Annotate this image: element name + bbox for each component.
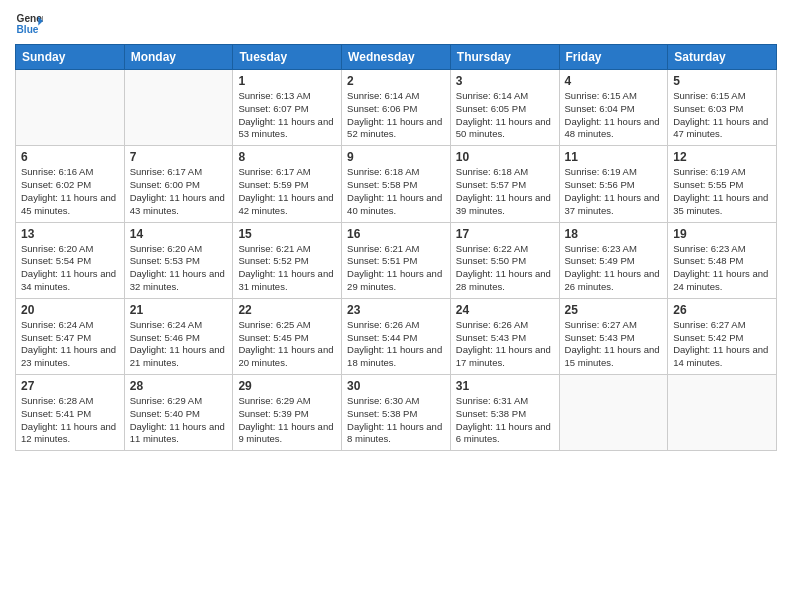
calendar-cell-2-2: 15Sunrise: 6:21 AM Sunset: 5:52 PM Dayli… bbox=[233, 222, 342, 298]
calendar-cell-2-6: 19Sunrise: 6:23 AM Sunset: 5:48 PM Dayli… bbox=[668, 222, 777, 298]
day-number: 30 bbox=[347, 379, 445, 393]
logo-icon: General Blue bbox=[15, 10, 43, 38]
calendar-cell-1-1: 7Sunrise: 6:17 AM Sunset: 6:00 PM Daylig… bbox=[124, 146, 233, 222]
weekday-header-row: SundayMondayTuesdayWednesdayThursdayFrid… bbox=[16, 45, 777, 70]
day-number: 10 bbox=[456, 150, 554, 164]
cell-info: Sunrise: 6:27 AM Sunset: 5:43 PM Dayligh… bbox=[565, 319, 663, 370]
cell-info: Sunrise: 6:26 AM Sunset: 5:44 PM Dayligh… bbox=[347, 319, 445, 370]
day-number: 29 bbox=[238, 379, 336, 393]
day-number: 21 bbox=[130, 303, 228, 317]
calendar-cell-3-3: 23Sunrise: 6:26 AM Sunset: 5:44 PM Dayli… bbox=[342, 298, 451, 374]
cell-info: Sunrise: 6:29 AM Sunset: 5:39 PM Dayligh… bbox=[238, 395, 336, 446]
calendar-cell-1-3: 9Sunrise: 6:18 AM Sunset: 5:58 PM Daylig… bbox=[342, 146, 451, 222]
day-number: 26 bbox=[673, 303, 771, 317]
day-number: 24 bbox=[456, 303, 554, 317]
day-number: 27 bbox=[21, 379, 119, 393]
calendar-cell-0-4: 3Sunrise: 6:14 AM Sunset: 6:05 PM Daylig… bbox=[450, 70, 559, 146]
cell-info: Sunrise: 6:24 AM Sunset: 5:47 PM Dayligh… bbox=[21, 319, 119, 370]
calendar-cell-4-6 bbox=[668, 375, 777, 451]
cell-info: Sunrise: 6:14 AM Sunset: 6:05 PM Dayligh… bbox=[456, 90, 554, 141]
calendar-cell-3-1: 21Sunrise: 6:24 AM Sunset: 5:46 PM Dayli… bbox=[124, 298, 233, 374]
cell-info: Sunrise: 6:16 AM Sunset: 6:02 PM Dayligh… bbox=[21, 166, 119, 217]
cell-info: Sunrise: 6:25 AM Sunset: 5:45 PM Dayligh… bbox=[238, 319, 336, 370]
calendar-cell-0-3: 2Sunrise: 6:14 AM Sunset: 6:06 PM Daylig… bbox=[342, 70, 451, 146]
cell-info: Sunrise: 6:27 AM Sunset: 5:42 PM Dayligh… bbox=[673, 319, 771, 370]
calendar-cell-3-5: 25Sunrise: 6:27 AM Sunset: 5:43 PM Dayli… bbox=[559, 298, 668, 374]
day-number: 4 bbox=[565, 74, 663, 88]
cell-info: Sunrise: 6:19 AM Sunset: 5:55 PM Dayligh… bbox=[673, 166, 771, 217]
cell-info: Sunrise: 6:18 AM Sunset: 5:58 PM Dayligh… bbox=[347, 166, 445, 217]
day-number: 8 bbox=[238, 150, 336, 164]
calendar-week-2: 13Sunrise: 6:20 AM Sunset: 5:54 PM Dayli… bbox=[16, 222, 777, 298]
weekday-monday: Monday bbox=[124, 45, 233, 70]
day-number: 19 bbox=[673, 227, 771, 241]
calendar-cell-3-6: 26Sunrise: 6:27 AM Sunset: 5:42 PM Dayli… bbox=[668, 298, 777, 374]
cell-info: Sunrise: 6:29 AM Sunset: 5:40 PM Dayligh… bbox=[130, 395, 228, 446]
calendar-cell-0-5: 4Sunrise: 6:15 AM Sunset: 6:04 PM Daylig… bbox=[559, 70, 668, 146]
calendar-cell-2-1: 14Sunrise: 6:20 AM Sunset: 5:53 PM Dayli… bbox=[124, 222, 233, 298]
day-number: 9 bbox=[347, 150, 445, 164]
calendar-cell-4-3: 30Sunrise: 6:30 AM Sunset: 5:38 PM Dayli… bbox=[342, 375, 451, 451]
calendar-cell-1-2: 8Sunrise: 6:17 AM Sunset: 5:59 PM Daylig… bbox=[233, 146, 342, 222]
calendar-cell-0-0 bbox=[16, 70, 125, 146]
calendar-week-4: 27Sunrise: 6:28 AM Sunset: 5:41 PM Dayli… bbox=[16, 375, 777, 451]
header: General Blue bbox=[15, 10, 777, 38]
cell-info: Sunrise: 6:15 AM Sunset: 6:03 PM Dayligh… bbox=[673, 90, 771, 141]
cell-info: Sunrise: 6:28 AM Sunset: 5:41 PM Dayligh… bbox=[21, 395, 119, 446]
calendar-cell-3-4: 24Sunrise: 6:26 AM Sunset: 5:43 PM Dayli… bbox=[450, 298, 559, 374]
calendar-cell-4-5 bbox=[559, 375, 668, 451]
day-number: 6 bbox=[21, 150, 119, 164]
calendar-cell-3-0: 20Sunrise: 6:24 AM Sunset: 5:47 PM Dayli… bbox=[16, 298, 125, 374]
calendar-cell-2-0: 13Sunrise: 6:20 AM Sunset: 5:54 PM Dayli… bbox=[16, 222, 125, 298]
cell-info: Sunrise: 6:17 AM Sunset: 5:59 PM Dayligh… bbox=[238, 166, 336, 217]
calendar-cell-4-4: 31Sunrise: 6:31 AM Sunset: 5:38 PM Dayli… bbox=[450, 375, 559, 451]
day-number: 18 bbox=[565, 227, 663, 241]
calendar-cell-3-2: 22Sunrise: 6:25 AM Sunset: 5:45 PM Dayli… bbox=[233, 298, 342, 374]
weekday-tuesday: Tuesday bbox=[233, 45, 342, 70]
calendar-cell-2-5: 18Sunrise: 6:23 AM Sunset: 5:49 PM Dayli… bbox=[559, 222, 668, 298]
day-number: 20 bbox=[21, 303, 119, 317]
calendar-cell-4-2: 29Sunrise: 6:29 AM Sunset: 5:39 PM Dayli… bbox=[233, 375, 342, 451]
calendar-cell-2-3: 16Sunrise: 6:21 AM Sunset: 5:51 PM Dayli… bbox=[342, 222, 451, 298]
cell-info: Sunrise: 6:22 AM Sunset: 5:50 PM Dayligh… bbox=[456, 243, 554, 294]
day-number: 15 bbox=[238, 227, 336, 241]
day-number: 5 bbox=[673, 74, 771, 88]
cell-info: Sunrise: 6:15 AM Sunset: 6:04 PM Dayligh… bbox=[565, 90, 663, 141]
calendar-cell-1-4: 10Sunrise: 6:18 AM Sunset: 5:57 PM Dayli… bbox=[450, 146, 559, 222]
day-number: 31 bbox=[456, 379, 554, 393]
day-number: 3 bbox=[456, 74, 554, 88]
cell-info: Sunrise: 6:17 AM Sunset: 6:00 PM Dayligh… bbox=[130, 166, 228, 217]
logo: General Blue bbox=[15, 10, 43, 38]
calendar-cell-0-6: 5Sunrise: 6:15 AM Sunset: 6:03 PM Daylig… bbox=[668, 70, 777, 146]
day-number: 13 bbox=[21, 227, 119, 241]
weekday-thursday: Thursday bbox=[450, 45, 559, 70]
cell-info: Sunrise: 6:31 AM Sunset: 5:38 PM Dayligh… bbox=[456, 395, 554, 446]
weekday-saturday: Saturday bbox=[668, 45, 777, 70]
day-number: 22 bbox=[238, 303, 336, 317]
day-number: 11 bbox=[565, 150, 663, 164]
cell-info: Sunrise: 6:30 AM Sunset: 5:38 PM Dayligh… bbox=[347, 395, 445, 446]
calendar-cell-1-0: 6Sunrise: 6:16 AM Sunset: 6:02 PM Daylig… bbox=[16, 146, 125, 222]
day-number: 14 bbox=[130, 227, 228, 241]
calendar-cell-1-6: 12Sunrise: 6:19 AM Sunset: 5:55 PM Dayli… bbox=[668, 146, 777, 222]
cell-info: Sunrise: 6:24 AM Sunset: 5:46 PM Dayligh… bbox=[130, 319, 228, 370]
cell-info: Sunrise: 6:20 AM Sunset: 5:53 PM Dayligh… bbox=[130, 243, 228, 294]
weekday-wednesday: Wednesday bbox=[342, 45, 451, 70]
cell-info: Sunrise: 6:18 AM Sunset: 5:57 PM Dayligh… bbox=[456, 166, 554, 217]
svg-text:Blue: Blue bbox=[17, 24, 39, 35]
day-number: 25 bbox=[565, 303, 663, 317]
cell-info: Sunrise: 6:21 AM Sunset: 5:51 PM Dayligh… bbox=[347, 243, 445, 294]
cell-info: Sunrise: 6:19 AM Sunset: 5:56 PM Dayligh… bbox=[565, 166, 663, 217]
calendar-cell-0-2: 1Sunrise: 6:13 AM Sunset: 6:07 PM Daylig… bbox=[233, 70, 342, 146]
cell-info: Sunrise: 6:23 AM Sunset: 5:48 PM Dayligh… bbox=[673, 243, 771, 294]
calendar-week-3: 20Sunrise: 6:24 AM Sunset: 5:47 PM Dayli… bbox=[16, 298, 777, 374]
day-number: 28 bbox=[130, 379, 228, 393]
day-number: 23 bbox=[347, 303, 445, 317]
day-number: 7 bbox=[130, 150, 228, 164]
day-number: 1 bbox=[238, 74, 336, 88]
cell-info: Sunrise: 6:13 AM Sunset: 6:07 PM Dayligh… bbox=[238, 90, 336, 141]
calendar-week-1: 6Sunrise: 6:16 AM Sunset: 6:02 PM Daylig… bbox=[16, 146, 777, 222]
cell-info: Sunrise: 6:21 AM Sunset: 5:52 PM Dayligh… bbox=[238, 243, 336, 294]
cell-info: Sunrise: 6:23 AM Sunset: 5:49 PM Dayligh… bbox=[565, 243, 663, 294]
weekday-sunday: Sunday bbox=[16, 45, 125, 70]
